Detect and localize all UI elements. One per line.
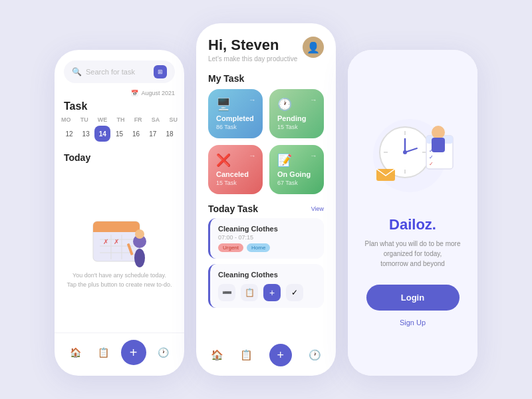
subgreeting-text: Let's make this day productive <box>208 55 297 63</box>
search-placeholder: Search for task <box>86 68 135 76</box>
greeting-block: Hi, Steven Let's make this day productiv… <box>208 37 297 63</box>
svg-point-12 <box>135 229 144 239</box>
task-item-1[interactable]: Cleaning Clothes 07:00 - 07:15 Urgent Ho… <box>208 218 324 259</box>
svg-text:✗: ✗ <box>114 238 119 245</box>
phone-my-task: Hi, Steven Let's make this day productiv… <box>196 23 336 376</box>
nav-home-button[interactable]: 🏠 <box>65 342 86 363</box>
phone-welcome: ✓ ✓ ✓ Dailoz. Plan what you will do to b… <box>348 50 477 376</box>
task-header: Hi, Steven Let's make this day productiv… <box>196 23 336 69</box>
search-bar[interactable]: 🔍 Search for task ⊞ <box>64 61 175 83</box>
filter-button[interactable]: ⊞ <box>154 65 167 78</box>
avatar[interactable]: 👤 <box>303 37 324 58</box>
filter-icon: ⊞ <box>158 68 163 75</box>
svg-point-23 <box>403 150 407 154</box>
card-arrow-icon: → <box>249 96 256 104</box>
calendar-days-row: MO TU WE TH FR SA SU <box>55 116 184 123</box>
ongoing-card-count: 67 Task <box>277 180 316 186</box>
task-section-title: Task <box>55 100 184 116</box>
task-action-copy[interactable]: 📋 <box>241 284 258 301</box>
pending-card-arrow: → <box>310 96 317 104</box>
day-mo: MO <box>61 116 71 123</box>
task-item-2[interactable]: Cleaning Clothes ➖ 📋 + ✓ <box>208 264 324 308</box>
canceled-card[interactable]: → ❌ Canceled 15 Task <box>208 145 263 194</box>
svg-point-11 <box>134 249 145 267</box>
svg-text:✓: ✓ <box>429 161 434 167</box>
task-2-name: Cleaning Clothes <box>218 271 316 279</box>
date-16[interactable]: 16 <box>128 126 144 142</box>
calendar-illustration: ✗ ✗ <box>83 211 156 271</box>
canceled-card-arrow: → <box>249 152 256 160</box>
ongoing-card[interactable]: → 📝 On Going 67 Task <box>269 145 324 194</box>
completed-card-label: Completed <box>216 114 255 122</box>
brand-name: Dailoz. <box>389 216 436 233</box>
date-14-active[interactable]: 14 <box>94 126 110 142</box>
welcome-illustration: ✓ ✓ ✓ <box>360 99 466 205</box>
task-2-actions: ➖ 📋 + ✓ <box>218 284 316 301</box>
phone2-bottom-nav: 🏠 📋 + 🕐 <box>196 338 336 376</box>
login-button[interactable]: Login <box>366 285 460 311</box>
day-sa: SA <box>152 116 160 123</box>
calendar-month-row: 📅 August 2021 <box>55 90 184 100</box>
calendar-month-label: August 2021 <box>141 90 175 96</box>
task-1-time: 07:00 - 07:15 <box>218 234 316 241</box>
day-tu: TU <box>80 116 88 123</box>
bottom-nav: 🏠 📋 + 🕐 <box>55 332 184 376</box>
pending-card-label: Pending <box>277 114 316 122</box>
today-task-header: Today Task View <box>196 201 336 218</box>
brand-dot: . <box>432 216 436 233</box>
empty-state-illustration: ✗ ✗ You don't have any schedule today.Ta… <box>55 168 184 332</box>
date-12[interactable]: 12 <box>61 126 77 142</box>
signup-link[interactable]: Sign Up <box>400 319 426 327</box>
ongoing-card-label: On Going <box>277 170 316 178</box>
tag-home: Home <box>247 243 270 252</box>
welcome-content: ✓ ✓ ✓ Dailoz. Plan what you will do to b… <box>348 50 477 376</box>
svg-point-29 <box>432 126 445 139</box>
day-fr: FR <box>134 116 142 123</box>
p2-nav-clock[interactable]: 🕐 <box>309 349 321 361</box>
p2-nav-list[interactable]: 📋 <box>240 349 253 361</box>
calendar-dates-row: 12 13 14 15 16 17 18 <box>55 123 184 148</box>
p2-nav-add[interactable]: + <box>269 344 292 366</box>
nav-list-button[interactable]: 📋 <box>92 342 114 363</box>
svg-rect-30 <box>432 138 445 152</box>
task-action-minus[interactable]: ➖ <box>218 284 235 301</box>
day-we: WE <box>98 116 108 123</box>
date-13[interactable]: 13 <box>78 126 94 142</box>
day-su: SU <box>169 116 178 123</box>
completed-card-count: 86 Task <box>216 124 255 130</box>
nav-clock-button[interactable]: 🕐 <box>153 342 174 363</box>
welcome-svg: ✓ ✓ ✓ <box>360 99 466 205</box>
canceled-card-count: 15 Task <box>216 180 255 186</box>
brand-tagline: Plan what you will do to be more organiz… <box>361 239 464 269</box>
task-action-check[interactable]: ✓ <box>286 284 303 301</box>
ongoing-card-arrow: → <box>310 152 317 160</box>
day-th: TH <box>116 116 124 123</box>
completed-card[interactable]: → 🖥️ Completed 86 Task <box>208 89 263 138</box>
task-1-name: Cleaning Clothes <box>218 225 316 233</box>
task-cards-grid: → 🖥️ Completed 86 Task → 🕐 Pending 15 Ta… <box>196 89 336 201</box>
task-action-add[interactable]: + <box>263 284 281 301</box>
tag-urgent: Urgent <box>218 243 243 252</box>
empty-state-text: You don't have any schedule today.Tap th… <box>66 271 172 289</box>
svg-rect-2 <box>93 228 140 232</box>
view-all-link[interactable]: View <box>311 205 324 212</box>
task-1-tags: Urgent Home <box>218 243 316 252</box>
calendar-icon: 📅 <box>131 90 138 96</box>
today-label: Today <box>55 148 184 168</box>
canceled-card-label: Canceled <box>216 170 255 178</box>
p2-nav-home[interactable]: 🏠 <box>211 349 223 361</box>
svg-text:✗: ✗ <box>103 238 108 245</box>
svg-text:✓: ✓ <box>429 154 434 160</box>
search-icon: 🔍 <box>72 67 82 76</box>
pending-card[interactable]: → 🕐 Pending 15 Task <box>269 89 324 138</box>
today-task-title: Today Task <box>208 203 258 214</box>
date-17[interactable]: 17 <box>145 126 161 142</box>
date-15[interactable]: 15 <box>111 126 127 142</box>
phone-task-calendar: 🔍 Search for task ⊞ 📅 August 2021 Task M… <box>55 50 184 376</box>
greeting-text: Hi, Steven <box>208 37 297 54</box>
pending-card-count: 15 Task <box>277 124 316 130</box>
date-18[interactable]: 18 <box>162 126 178 142</box>
my-task-title: My Task <box>196 69 336 89</box>
nav-add-button[interactable]: + <box>121 340 146 365</box>
